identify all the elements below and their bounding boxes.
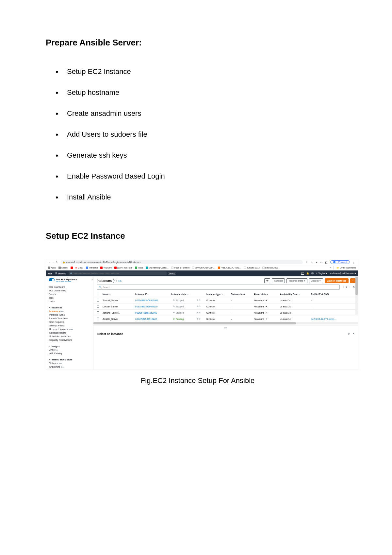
url-bar[interactable]: 🔒 us-east-1.console.aws.amazon.com/ec2/v… [60, 260, 303, 264]
table-row[interactable]: Docker_Serveri-0875a802a59fd8059⊖Stopped… [93, 304, 358, 310]
bookmark-translate[interactable]: Translate [86, 267, 98, 269]
bookmark-page1[interactable]: Page 1 | iontech [171, 267, 189, 269]
launch-dropdown-button[interactable]: ▾ [350, 278, 355, 283]
table-row[interactable]: Tomcat_Serveri-010d47b3e089d7869⊖Stopped… [93, 297, 358, 304]
bookmark-eng[interactable]: Engineering Colleg… [146, 267, 169, 269]
sidebar-item[interactable]: Tags [49, 296, 93, 300]
sidebar-item[interactable]: Capacity Reservations [49, 338, 93, 342]
split-handle[interactable]: ▬ [93, 325, 358, 330]
forward-icon[interactable]: → [52, 261, 55, 263]
instance-id-link[interactable]: i-00f1e4c8cb15c9042 [135, 312, 157, 314]
services-button[interactable]: ⠿ Services [54, 271, 67, 275]
zoom-icon[interactable]: ⊕⊖ [197, 311, 201, 314]
star-icon[interactable]: ☆ [311, 261, 313, 264]
sidebar-group-images[interactable]: ▼Images [49, 344, 93, 348]
bookmark-youtube[interactable]: YouTube [100, 267, 112, 269]
help-icon[interactable]: ⓘ [311, 272, 314, 275]
settings-gear-icon[interactable]: ⚙ [352, 286, 355, 289]
sidebar-group-instances[interactable]: ▼Instances [49, 306, 93, 309]
sidebar-item[interactable]: Launch Templates [49, 317, 93, 320]
bookmark-maps[interactable]: Maps [135, 267, 143, 269]
sidebar-item[interactable]: SnapshotsNew [49, 365, 93, 369]
table-row[interactable]: Jenkins_Server1i-00f1e4c8cb15c9042⊖Stopp… [93, 310, 358, 316]
sidebar-item[interactable]: Limits [49, 300, 93, 303]
sidebar-item[interactable]: EC2 Global View [49, 289, 93, 292]
region-selector[interactable]: N. Virginia ▾ [316, 272, 328, 275]
reload-icon[interactable]: ⟳ [56, 261, 58, 264]
sort-icon[interactable]: ▽ [299, 293, 300, 295]
bookmark-other[interactable]: 📁Other bookmarks [336, 267, 356, 269]
user-menu[interactable]: shah-aws @ saifshah-aws ▾ [330, 272, 356, 275]
cloudshell-icon[interactable]: ▸_ [301, 272, 304, 275]
bookmark-apps[interactable]: Apps [48, 267, 56, 269]
page-prev[interactable]: 〈 [342, 286, 344, 289]
sidebar-group-ebs[interactable]: ▼Elastic Block Store [49, 358, 93, 361]
table-row[interactable]: Ansible_Serveri-0dc753250431f8ac9⊙Runnin… [93, 316, 358, 322]
sidebar-item[interactable]: Savings Plans [49, 324, 93, 327]
instance-id-link[interactable]: i-010d47b3e089d7869 [135, 299, 158, 302]
new-experience-toggle[interactable] [49, 278, 55, 281]
info-link[interactable]: Info [118, 280, 122, 282]
prefs-icon[interactable]: ⊚ [348, 332, 350, 335]
select-all-checkbox[interactable] [97, 293, 99, 295]
add-alarm-icon[interactable]: + [266, 312, 267, 314]
launch-instances-button[interactable]: Launch instances [325, 278, 349, 283]
aws-search-input[interactable] [74, 272, 165, 274]
bookmark-sliderl[interactable]: Slider I [58, 267, 68, 269]
share-icon[interactable]: ⇪ [306, 261, 308, 264]
close-details-icon[interactable]: ✕ [352, 332, 355, 335]
sidebar-item[interactable]: Instance Types [49, 313, 93, 317]
page-next[interactable]: 〉 [349, 286, 351, 289]
instance-id-link[interactable]: i-0dc753250431f8ac9 [135, 318, 157, 320]
bookmark-more[interactable]: » [330, 267, 331, 269]
add-alarm-icon[interactable]: + [266, 299, 267, 302]
bell-icon[interactable]: 🔔 [306, 272, 309, 275]
menu-icon[interactable]: ⋮ [352, 261, 355, 264]
aws-search[interactable]: 🔍 [69, 271, 167, 275]
back-icon[interactable]: ← [49, 261, 51, 263]
sort-icon[interactable]: ▽ [109, 293, 111, 295]
sidebar-item[interactable]: InstancesNew [49, 309, 93, 313]
refresh-button[interactable]: ⟳ [264, 278, 270, 283]
bookmark-autocad150[interactable]: 150 AutoCAD Com… [192, 267, 215, 269]
sidebar-item[interactable]: Events [49, 292, 93, 296]
scrollbar-horizontal[interactable] [93, 322, 358, 324]
actions-button[interactable]: Actions▾ [309, 278, 323, 283]
close-icon[interactable]: ✕ [91, 278, 93, 281]
table-search-input[interactable] [103, 286, 337, 288]
table-search[interactable]: 🔍 [97, 285, 340, 290]
sidebar-item[interactable]: Reserved InstancesNew [49, 327, 93, 331]
zoom-icon[interactable]: ⊕⊖ [197, 305, 201, 307]
scrollbar-vertical[interactable] [355, 276, 358, 315]
row-checkbox[interactable] [97, 318, 99, 320]
sidebar-item[interactable]: AMI Catalog [49, 352, 93, 355]
zoom-icon[interactable]: ⊕⊖ [197, 299, 201, 301]
bookmark-acad2012a[interactable]: autocad 2012 [244, 267, 259, 269]
sort-icon[interactable]: ▽ [187, 293, 188, 295]
zoom-icon[interactable]: ⊕⊖ [197, 318, 201, 320]
window-icon[interactable]: ◧ [325, 261, 328, 264]
extension-icon[interactable]: ✦ [316, 261, 318, 264]
new-experience-sublabel[interactable]: Tell us what you think [56, 281, 77, 283]
add-alarm-icon[interactable]: + [266, 318, 267, 320]
instance-state-button[interactable]: Instance state▾ [286, 278, 307, 283]
bookmark-freetuts[interactable]: Free AutoCAD Tuto… [218, 267, 241, 269]
sidebar-item[interactable]: AMIsNew [49, 348, 93, 352]
aws-logo[interactable]: aws [48, 272, 52, 275]
bookmark-gmail[interactable]: MGmail [75, 267, 83, 269]
row-checkbox[interactable] [97, 311, 99, 314]
sidebar-item[interactable]: EC2 Dashboard [49, 285, 93, 289]
bookmark-youtube-icon[interactable] [71, 267, 73, 269]
connect-button[interactable]: Connect [272, 278, 285, 283]
profile-paused[interactable]: Paused [330, 260, 350, 264]
bookmark-acad2012b[interactable]: autocad 2012 [262, 267, 278, 269]
sidebar-item[interactable]: VolumesNew [49, 361, 93, 365]
sort-icon[interactable]: ▽ [222, 293, 223, 295]
sidebar-item[interactable]: Dedicated Hosts [49, 331, 93, 335]
row-checkbox[interactable] [97, 305, 99, 308]
sidebar-item[interactable]: Lifecycle ManagerNew [49, 369, 93, 370]
bookmark-i104[interactable]: (1104) YouTube [114, 267, 132, 269]
add-alarm-icon[interactable]: + [266, 305, 267, 308]
row-checkbox[interactable] [97, 299, 99, 302]
sidebar-item[interactable]: Spot Requests [49, 320, 93, 324]
